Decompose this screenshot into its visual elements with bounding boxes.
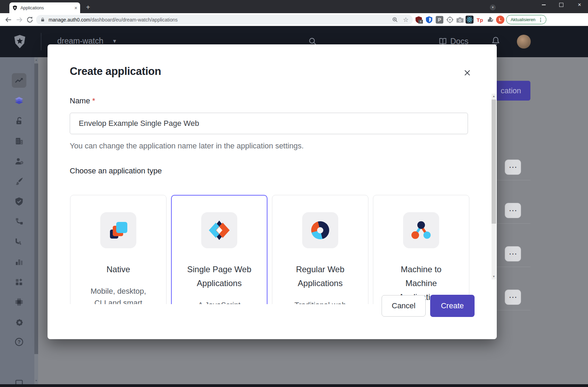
row-menu-button[interactable]: ⋯ (505, 203, 521, 218)
app-type-card-m2m[interactable]: Machine to Machine Applications (373, 195, 469, 304)
sidebar-item-authentication[interactable] (14, 116, 24, 126)
card-description: Traditional web (287, 299, 354, 304)
app-type-card-spa[interactable]: Single Page Web Applications A JavaScrip… (171, 195, 267, 304)
modal-scroll-down-icon[interactable]: ▼ (492, 274, 496, 280)
reload-button[interactable] (26, 16, 34, 24)
browser-profile-avatar[interactable]: L (496, 16, 504, 24)
row-menu-button[interactable]: ⋯ (505, 290, 521, 305)
window-close-button[interactable]: × (572, 0, 587, 10)
sidebar-item-organizations[interactable] (14, 136, 24, 146)
modal-title: Create application (70, 65, 161, 78)
create-application-modal: Create application Name* You can change … (48, 44, 497, 339)
sidebar-item-actions[interactable] (14, 217, 24, 226)
app-type-card-native[interactable]: Native Mobile, desktop, CLI and smart (70, 195, 167, 304)
shield-check-icon (14, 197, 24, 206)
row-divider (497, 223, 530, 224)
sidebar-item-monitoring[interactable] (14, 257, 24, 267)
auth0-logo[interactable] (12, 34, 27, 49)
create-button[interactable]: Create (430, 295, 475, 317)
gear-icon (14, 317, 25, 328)
url-text: manage.auth0.com/dashboard/eu/dream-watc… (49, 17, 178, 23)
user-avatar[interactable] (517, 35, 531, 49)
pipeline-icon (14, 237, 24, 247)
tab-close-icon[interactable]: × (74, 5, 77, 10)
sidebar-item-settings[interactable] (14, 317, 24, 327)
omnibox[interactable]: manage.auth0.com/dashboard/eu/dream-watc… (36, 15, 413, 25)
unlock-icon (14, 116, 24, 126)
extensions-puzzle-icon[interactable] (486, 16, 494, 24)
app-type-card-regular-web[interactable]: Regular Web Applications Traditional web (272, 195, 368, 304)
lock-icon (40, 17, 45, 23)
card-title: Regular Web Applications (287, 263, 353, 290)
regular-web-icon-tile (302, 212, 338, 248)
window-bottom-edge (0, 384, 588, 387)
application-name-input[interactable] (70, 113, 468, 134)
update-button[interactable]: Aktualisieren ⋮ (506, 15, 546, 24)
browser-tab[interactable]: Applications × (9, 2, 80, 13)
card-title: Native (85, 263, 152, 276)
screen: Applications × + ▾ × manage.auth0.com/da… (0, 0, 588, 387)
p-extension-icon[interactable]: P (436, 16, 443, 24)
sidebar-item-help[interactable]: ? (14, 337, 24, 347)
sidebar-item-auth-pipeline[interactable] (14, 237, 24, 247)
name-field-label: Name* (70, 96, 95, 105)
row-menu-button[interactable]: ⋯ (505, 246, 521, 261)
card-description: A JavaScript (186, 299, 253, 304)
ublock-extension-icon[interactable]: 4 (415, 16, 423, 24)
camera-extension-icon[interactable] (456, 16, 464, 24)
browser-tab-strip: Applications × + ▾ × (0, 0, 588, 13)
sidebar-scroll-up-icon[interactable]: ▲ (34, 59, 38, 61)
row-menu-button[interactable]: ⋯ (505, 160, 521, 175)
cancel-button[interactable]: Cancel (382, 295, 426, 317)
nav-divider (41, 33, 41, 50)
picker-extension-icon[interactable] (446, 16, 454, 24)
sidebar-scroll-down-icon[interactable]: ▼ (34, 379, 38, 382)
row-divider (497, 267, 530, 267)
browser-menu-kebab-icon[interactable]: ⋮ (538, 17, 543, 23)
required-asterisk: * (92, 96, 95, 105)
tp-extension-icon[interactable]: Tp (477, 17, 483, 23)
window-minimize-button[interactable] (536, 0, 552, 10)
sidebar-item-applications[interactable] (14, 96, 24, 106)
trend-chart-icon (14, 76, 24, 85)
bitwarden-extension-icon[interactable] (425, 16, 433, 24)
application-type-cards: Native Mobile, desktop, CLI and smart Si… (70, 195, 474, 304)
modal-scrollbar-thumb[interactable] (492, 100, 496, 224)
tenant-chevron-down-icon: ▾ (113, 37, 116, 45)
marketplace-plus-icon (14, 277, 24, 287)
modal-scrollbar[interactable]: ▲ ▼ (492, 94, 496, 280)
sidebar-item-user-management[interactable] (14, 156, 24, 166)
sidebar-scrollbar-thumb[interactable] (34, 63, 38, 354)
new-tab-button[interactable]: + (86, 3, 90, 11)
building-icon (14, 136, 24, 146)
close-icon (463, 69, 471, 77)
sidebar-item-security[interactable] (14, 197, 24, 206)
ellipsis-icon: ⋯ (509, 292, 517, 302)
spa-icon-tile (201, 212, 237, 248)
sidebar-item-marketplace[interactable] (14, 277, 24, 287)
ellipsis-icon: ⋯ (509, 206, 517, 215)
native-app-icon (107, 219, 129, 241)
back-button[interactable] (4, 16, 12, 24)
sidebar-item-activity[interactable] (12, 73, 26, 88)
sidebar-item-extensions[interactable] (14, 297, 24, 307)
machine-to-machine-icon (410, 219, 432, 241)
m2m-icon-tile (403, 212, 439, 248)
help-circle-icon: ? (14, 337, 24, 347)
window-maximize-button[interactable] (553, 0, 569, 10)
modal-scroll-up-icon[interactable]: ▲ (492, 94, 496, 99)
card-title: Single Page Web Applications (186, 263, 253, 290)
bar-chart-icon (14, 257, 24, 267)
forward-button[interactable] (15, 16, 24, 24)
modal-close-button[interactable] (460, 65, 475, 80)
tab-title: Applications (20, 6, 74, 10)
react-devtools-extension-icon[interactable] (466, 16, 474, 24)
chip-icon (14, 297, 24, 307)
tab-search-icon[interactable]: ▾ (490, 5, 496, 10)
card-description: Mobile, desktop, CLI and smart (85, 285, 152, 304)
layers-icon (14, 96, 24, 106)
sidebar-item-branding[interactable] (14, 177, 24, 186)
svg-text:?: ? (18, 339, 21, 345)
zoom-indicator-icon[interactable] (392, 17, 398, 23)
bookmark-star-icon[interactable]: ☆ (403, 16, 409, 24)
